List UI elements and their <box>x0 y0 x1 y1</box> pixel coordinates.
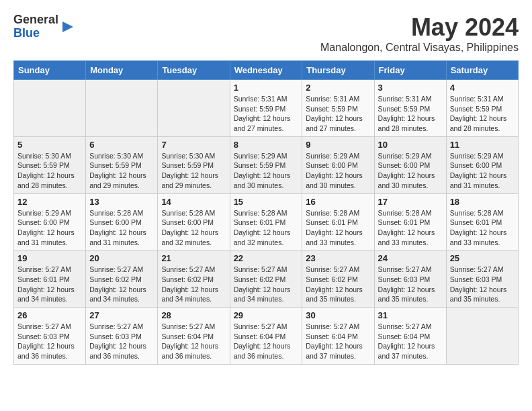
day-info: Sunrise: 5:27 AM Sunset: 6:03 PM Dayligh… <box>450 265 515 304</box>
calendar-cell: 20Sunrise: 5:27 AM Sunset: 6:02 PM Dayli… <box>86 250 158 308</box>
day-number: 6 <box>89 140 154 150</box>
calendar-cell: 13Sunrise: 5:28 AM Sunset: 6:00 PM Dayli… <box>86 193 158 250</box>
calendar-cell: 7Sunrise: 5:30 AM Sunset: 5:59 PM Daylig… <box>158 136 230 193</box>
day-info: Sunrise: 5:27 AM Sunset: 6:04 PM Dayligh… <box>234 322 299 361</box>
day-info: Sunrise: 5:27 AM Sunset: 6:02 PM Dayligh… <box>234 265 299 304</box>
calendar-cell: 9Sunrise: 5:29 AM Sunset: 6:00 PM Daylig… <box>302 136 374 193</box>
calendar-cell: 17Sunrise: 5:28 AM Sunset: 6:01 PM Dayli… <box>374 193 446 250</box>
day-number: 5 <box>17 140 82 150</box>
day-number: 17 <box>378 197 443 207</box>
calendar-week-1: 1Sunrise: 5:31 AM Sunset: 5:59 PM Daylig… <box>14 80 519 137</box>
day-info: Sunrise: 5:28 AM Sunset: 6:00 PM Dayligh… <box>161 208 226 248</box>
day-info: Sunrise: 5:27 AM Sunset: 6:04 PM Dayligh… <box>161 322 226 361</box>
day-info: Sunrise: 5:27 AM Sunset: 6:02 PM Dayligh… <box>89 265 154 304</box>
day-number: 16 <box>306 197 370 207</box>
day-number: 24 <box>378 253 443 263</box>
day-info: Sunrise: 5:28 AM Sunset: 6:01 PM Dayligh… <box>450 208 515 248</box>
day-number: 30 <box>306 310 370 320</box>
day-info: Sunrise: 5:27 AM Sunset: 6:02 PM Dayligh… <box>306 265 370 304</box>
day-info: Sunrise: 5:28 AM Sunset: 6:01 PM Dayligh… <box>234 208 299 248</box>
calendar-cell: 5Sunrise: 5:30 AM Sunset: 5:59 PM Daylig… <box>14 136 86 193</box>
calendar-cell: 19Sunrise: 5:27 AM Sunset: 6:01 PM Dayli… <box>14 250 86 308</box>
day-info: Sunrise: 5:27 AM Sunset: 6:04 PM Dayligh… <box>378 322 443 361</box>
day-number: 13 <box>89 197 154 207</box>
calendar-cell: 8Sunrise: 5:29 AM Sunset: 5:59 PM Daylig… <box>230 136 302 193</box>
calendar-cell: 28Sunrise: 5:27 AM Sunset: 6:04 PM Dayli… <box>158 308 230 365</box>
calendar-cell: 11Sunrise: 5:29 AM Sunset: 6:00 PM Dayli… <box>446 136 518 193</box>
calendar-week-5: 26Sunrise: 5:27 AM Sunset: 6:03 PM Dayli… <box>14 308 519 365</box>
day-number: 25 <box>450 253 515 263</box>
day-number: 26 <box>17 310 82 320</box>
day-info: Sunrise: 5:29 AM Sunset: 6:00 PM Dayligh… <box>17 208 82 248</box>
day-info: Sunrise: 5:27 AM Sunset: 6:02 PM Dayligh… <box>161 265 226 304</box>
calendar-cell: 10Sunrise: 5:29 AM Sunset: 6:00 PM Dayli… <box>374 136 446 193</box>
day-number: 3 <box>378 83 443 93</box>
day-number: 9 <box>306 140 370 150</box>
location-title: Manalongon, Central Visayas, Philippines <box>320 42 519 54</box>
day-header-monday: Monday <box>86 61 158 80</box>
day-info: Sunrise: 5:27 AM Sunset: 6:01 PM Dayligh… <box>17 265 82 304</box>
calendar-cell: 24Sunrise: 5:27 AM Sunset: 6:03 PM Dayli… <box>374 250 446 308</box>
calendar-cell: 21Sunrise: 5:27 AM Sunset: 6:02 PM Dayli… <box>158 250 230 308</box>
day-number: 21 <box>161 253 226 263</box>
day-header-saturday: Saturday <box>446 61 518 80</box>
calendar-cell: 22Sunrise: 5:27 AM Sunset: 6:02 PM Dayli… <box>230 250 302 308</box>
day-info: Sunrise: 5:29 AM Sunset: 5:59 PM Dayligh… <box>234 151 299 191</box>
calendar-cell: 2Sunrise: 5:31 AM Sunset: 5:59 PM Daylig… <box>302 80 374 137</box>
day-number: 31 <box>378 310 443 320</box>
day-info: Sunrise: 5:27 AM Sunset: 6:04 PM Dayligh… <box>306 322 370 361</box>
day-info: Sunrise: 5:29 AM Sunset: 6:00 PM Dayligh… <box>378 151 443 191</box>
day-info: Sunrise: 5:30 AM Sunset: 5:59 PM Dayligh… <box>161 151 226 191</box>
day-number: 14 <box>161 197 226 207</box>
day-number: 4 <box>450 83 515 93</box>
month-title: May 2024 <box>320 13 519 42</box>
day-header-sunday: Sunday <box>14 61 86 80</box>
day-number: 22 <box>234 253 299 263</box>
calendar-cell: 4Sunrise: 5:31 AM Sunset: 5:59 PM Daylig… <box>446 80 518 137</box>
day-number: 10 <box>378 140 443 150</box>
day-number: 15 <box>234 197 299 207</box>
calendar-cell: 14Sunrise: 5:28 AM Sunset: 6:00 PM Dayli… <box>158 193 230 250</box>
calendar-body: 1Sunrise: 5:31 AM Sunset: 5:59 PM Daylig… <box>14 80 519 365</box>
calendar-week-3: 12Sunrise: 5:29 AM Sunset: 6:00 PM Dayli… <box>14 193 519 250</box>
day-info: Sunrise: 5:30 AM Sunset: 5:59 PM Dayligh… <box>89 151 154 191</box>
day-info: Sunrise: 5:30 AM Sunset: 5:59 PM Dayligh… <box>17 151 82 191</box>
calendar-cell <box>86 80 158 137</box>
calendar-cell: 29Sunrise: 5:27 AM Sunset: 6:04 PM Dayli… <box>230 308 302 365</box>
day-info: Sunrise: 5:31 AM Sunset: 5:59 PM Dayligh… <box>378 94 443 134</box>
calendar-cell: 15Sunrise: 5:28 AM Sunset: 6:01 PM Dayli… <box>230 193 302 250</box>
calendar: SundayMondayTuesdayWednesdayThursdayFrid… <box>13 60 519 365</box>
day-info: Sunrise: 5:28 AM Sunset: 6:01 PM Dayligh… <box>306 208 370 248</box>
day-info: Sunrise: 5:29 AM Sunset: 6:00 PM Dayligh… <box>306 151 370 191</box>
title-area: May 2024 Manalongon, Central Visayas, Ph… <box>320 13 519 54</box>
day-number: 1 <box>234 83 299 93</box>
day-number: 7 <box>161 140 226 150</box>
calendar-cell: 23Sunrise: 5:27 AM Sunset: 6:02 PM Dayli… <box>302 250 374 308</box>
day-info: Sunrise: 5:31 AM Sunset: 5:59 PM Dayligh… <box>450 94 515 134</box>
day-info: Sunrise: 5:28 AM Sunset: 6:00 PM Dayligh… <box>89 208 154 248</box>
calendar-cell: 16Sunrise: 5:28 AM Sunset: 6:01 PM Dayli… <box>302 193 374 250</box>
day-info: Sunrise: 5:29 AM Sunset: 6:00 PM Dayligh… <box>450 151 515 191</box>
calendar-cell: 3Sunrise: 5:31 AM Sunset: 5:59 PM Daylig… <box>374 80 446 137</box>
header: General Blue May 2024 Manalongon, Centra… <box>13 13 519 54</box>
logo-blue: Blue <box>13 26 40 40</box>
calendar-week-2: 5Sunrise: 5:30 AM Sunset: 5:59 PM Daylig… <box>14 136 519 193</box>
day-header-wednesday: Wednesday <box>230 61 302 80</box>
day-number: 23 <box>306 253 370 263</box>
day-info: Sunrise: 5:27 AM Sunset: 6:03 PM Dayligh… <box>89 322 154 361</box>
day-info: Sunrise: 5:27 AM Sunset: 6:03 PM Dayligh… <box>17 322 82 361</box>
svg-marker-0 <box>62 21 73 32</box>
calendar-cell <box>446 308 518 365</box>
day-number: 12 <box>17 197 82 207</box>
day-number: 8 <box>234 140 299 150</box>
day-number: 11 <box>450 140 515 150</box>
logo-icon <box>60 19 76 35</box>
calendar-cell: 12Sunrise: 5:29 AM Sunset: 6:00 PM Dayli… <box>14 193 86 250</box>
day-number: 19 <box>17 253 82 263</box>
day-number: 18 <box>450 197 515 207</box>
day-number: 2 <box>306 83 370 93</box>
day-info: Sunrise: 5:31 AM Sunset: 5:59 PM Dayligh… <box>234 94 299 134</box>
day-number: 29 <box>234 310 299 320</box>
day-info: Sunrise: 5:27 AM Sunset: 6:03 PM Dayligh… <box>378 265 443 304</box>
day-info: Sunrise: 5:31 AM Sunset: 5:59 PM Dayligh… <box>306 94 370 134</box>
